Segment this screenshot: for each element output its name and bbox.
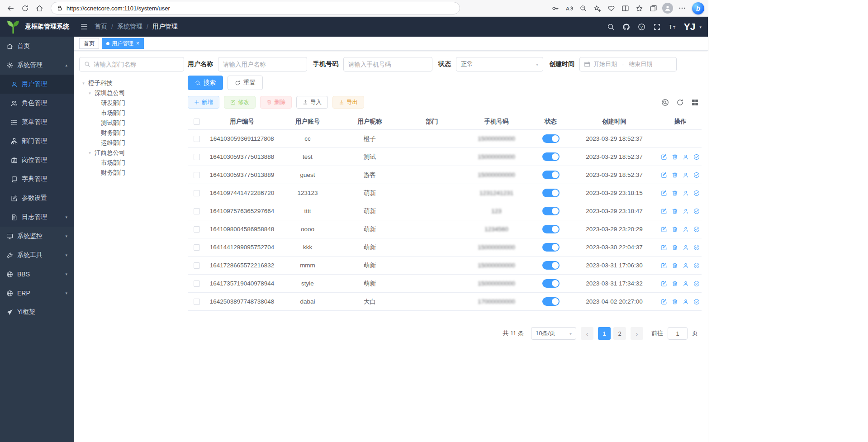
edit-row-icon[interactable] [661,280,667,287]
reset-password-icon[interactable] [683,299,689,305]
sidebar-item-bbs[interactable]: BBS▾ [0,265,74,284]
read-aloud-icon[interactable]: A [562,2,576,14]
reset-password-icon[interactable] [683,280,689,287]
fullscreen-icon[interactable] [653,23,661,31]
assign-role-icon[interactable] [693,190,700,196]
favorites-icon[interactable] [632,2,646,14]
favorite-add-icon[interactable] [590,2,604,14]
sidebar-item-user[interactable]: 用户管理 [0,75,74,94]
assign-role-icon[interactable] [693,226,700,233]
back-icon[interactable] [4,2,17,14]
essentials-icon[interactable] [604,2,618,14]
breadcrumb-item[interactable]: 首页 [95,23,107,31]
sidebar-item-monitor[interactable]: 系统监控▾ [0,227,74,246]
profile-avatar[interactable] [662,3,673,14]
export-button[interactable]: 导出 [332,96,364,109]
more-icon[interactable] [675,2,689,14]
assign-role-icon[interactable] [693,208,700,214]
edit-row-icon[interactable] [661,262,667,269]
view-tab[interactable]: 用户管理× [102,38,144,49]
edit-row-icon[interactable] [661,154,667,160]
key-icon[interactable] [548,2,562,14]
edit-row-icon[interactable] [661,190,667,196]
row-checkbox[interactable] [194,262,200,269]
sidebar-item-home[interactable]: 首页 [0,37,74,56]
delete-row-icon[interactable] [672,190,678,196]
assign-role-icon[interactable] [693,244,700,251]
tree-node[interactable]: 研发部门 [79,98,184,108]
tree-node[interactable]: 市场部门 [79,158,184,168]
status-toggle[interactable] [542,225,560,233]
sidebar-item-system[interactable]: 系统管理▴ [0,56,74,75]
delete-button[interactable]: 删除 [260,96,292,109]
tree-node[interactable]: 运维部门 [79,138,184,148]
delete-row-icon[interactable] [672,226,678,233]
breadcrumb-item[interactable]: 系统管理 [117,23,142,31]
refresh-icon[interactable] [18,2,32,14]
sidebar-item-role[interactable]: 角色管理 [0,94,74,113]
tree-node[interactable]: 市场部门 [79,108,184,118]
yj-logo[interactable]: YJ [684,21,696,32]
toggle-search-icon[interactable] [661,99,669,106]
font-size-icon[interactable]: TT [669,23,676,31]
next-page-button[interactable]: › [631,327,643,340]
dept-search-input[interactable] [94,61,179,68]
delete-row-icon[interactable] [672,172,678,178]
sidebar-item-config[interactable]: 参数设置 [0,189,74,208]
date-range-picker[interactable]: 开始日期 - 结束日期 [579,57,677,71]
sidebar-item-yi[interactable]: Yi框架 [0,303,74,322]
edit-row-icon[interactable] [661,244,667,251]
sidebar-item-tools[interactable]: 系统工具▾ [0,246,74,265]
status-toggle[interactable] [542,279,560,288]
chevron-down-icon[interactable]: ▾ [699,25,702,29]
view-tab[interactable]: 首页 [79,38,99,49]
edit-row-icon[interactable] [661,208,667,214]
delete-row-icon[interactable] [672,280,678,287]
row-checkbox[interactable] [194,154,200,160]
row-checkbox[interactable] [194,208,200,214]
assign-role-icon[interactable] [693,262,700,269]
zoom-icon[interactable] [576,2,590,14]
close-icon[interactable]: × [136,40,139,47]
row-checkbox[interactable] [194,299,200,305]
edit-button[interactable]: 修改 [224,96,256,109]
sidebar-item-post[interactable]: 岗位管理 [0,151,74,170]
assign-role-icon[interactable] [693,154,700,160]
reset-button[interactable]: 重置 [228,76,263,90]
row-checkbox[interactable] [194,136,200,142]
search-button[interactable]: 搜索 [188,76,223,90]
edit-row-icon[interactable] [661,299,667,305]
tree-node[interactable]: 测试部门 [79,118,184,128]
status-toggle[interactable] [542,297,560,306]
status-toggle[interactable] [542,134,560,143]
tree-node[interactable]: ▾橙子科技 [79,78,184,88]
status-toggle[interactable] [542,261,560,270]
column-settings-icon[interactable] [691,99,699,106]
question-icon[interactable]: ? [638,23,645,31]
reset-password-icon[interactable] [683,208,689,214]
sidebar-item-dict[interactable]: 字典管理 [0,170,74,189]
home-icon[interactable] [33,2,46,14]
copilot-icon[interactable]: b [692,2,704,14]
row-checkbox[interactable] [194,172,200,178]
status-select[interactable]: 正常 ▾ [456,57,543,71]
row-checkbox[interactable] [194,190,200,196]
split-screen-icon[interactable] [618,2,632,14]
delete-row-icon[interactable] [672,208,678,214]
edit-row-icon[interactable] [661,172,667,178]
status-toggle[interactable] [542,152,560,161]
delete-row-icon[interactable] [672,262,678,269]
row-checkbox[interactable] [194,280,200,287]
menu-fold-icon[interactable] [80,23,88,31]
import-button[interactable]: 导入 [296,96,328,109]
row-checkbox[interactable] [194,226,200,233]
assign-role-icon[interactable] [693,172,700,178]
reset-password-icon[interactable] [683,226,689,233]
username-input[interactable] [223,61,302,68]
assign-role-icon[interactable] [693,280,700,287]
reset-password-icon[interactable] [683,244,689,251]
status-toggle[interactable] [542,207,560,215]
page-button-2[interactable]: 2 [613,327,626,340]
delete-row-icon[interactable] [672,299,678,305]
assign-role-icon[interactable] [693,299,700,305]
